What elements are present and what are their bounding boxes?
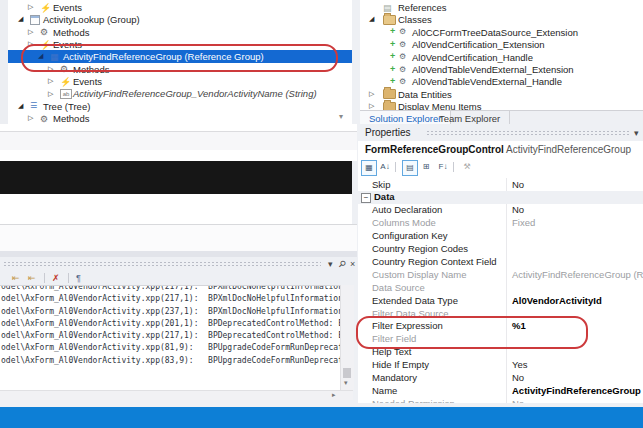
collapsed-arrow-icon[interactable]: ▷: [48, 77, 53, 85]
sort-icon[interactable]: F↓: [436, 160, 450, 174]
designer-tree-item[interactable]: ◢☰Tree (Tree): [8, 100, 352, 112]
expanded-arrow-icon[interactable]: ◢: [18, 102, 23, 110]
properties-page-icon[interactable]: ▤: [402, 160, 418, 176]
navigate-prev-icon[interactable]: ⇤: [12, 272, 20, 284]
solution-tree-item[interactable]: +⚙Al0VendTableVendExternal_Handle: [360, 75, 643, 87]
property-row[interactable]: MandatoryNo: [358, 372, 643, 385]
scroll-down-icon[interactable]: ▾: [339, 112, 343, 121]
window-menu-icon[interactable]: ▾: [634, 128, 639, 138]
property-value[interactable]: Al0VendorActivityId: [512, 295, 602, 306]
properties-toolbar: ▦A↓▤⊞F↓⚒: [358, 159, 643, 176]
categorized-icon[interactable]: ▦: [361, 160, 377, 176]
tree-item-label: References: [398, 2, 447, 13]
property-value[interactable]: Fixed: [512, 217, 535, 228]
property-row[interactable]: Configuration Key: [358, 230, 643, 243]
tree-item-label: Al0VendCertification_Extension: [412, 39, 545, 50]
tree-item-label: Al0VendTableVendExternal_Extension: [412, 64, 574, 75]
property-label: Configuration Key: [372, 230, 448, 241]
tree-item-label: ActivityFindReferenceGroup_VendorActivit…: [73, 88, 317, 99]
clear-all-icon[interactable]: ✗: [52, 272, 60, 284]
close-icon[interactable]: ×: [350, 259, 355, 269]
class-icon: ⚙: [399, 52, 406, 62]
references-icon: ▤: [383, 3, 392, 13]
property-row[interactable]: SkipNo: [358, 178, 643, 191]
navigate-next-icon[interactable]: ⇤: [28, 272, 36, 284]
collapsed-arrow-icon[interactable]: ▷: [28, 28, 33, 36]
property-row[interactable]: Data Source: [358, 281, 643, 294]
output-panel-titlebar[interactable]: ▾ ⚲ ×: [0, 257, 357, 271]
solution-tree-item[interactable]: ▷Data Entities: [360, 88, 643, 100]
solution-tree-item[interactable]: +⚙Al0VendCertification_Extension: [360, 38, 643, 50]
property-value[interactable]: Yes: [512, 359, 528, 370]
property-row[interactable]: Auto DeclarationNo: [358, 204, 643, 217]
property-row[interactable]: Columns ModeFixed: [358, 217, 643, 230]
solution-explorer-tree: ▤References◢Classes+⚙Al0CCFormTreeDataSo…: [360, 0, 643, 110]
designer-tree-item[interactable]: ▷abActivityFindReferenceGroup_VendorActi…: [8, 87, 352, 99]
property-value[interactable]: No: [512, 372, 524, 383]
class-icon: ⚙: [399, 40, 406, 50]
alphabetical-sort-icon[interactable]: A↓: [378, 160, 392, 174]
solution-tree-item[interactable]: ▷Display Menu Items: [360, 100, 643, 110]
scroll-down-icon[interactable]: ▾: [344, 379, 348, 387]
output-toolbar: ⇤⇤✗¶: [0, 271, 357, 285]
designer-tree-item[interactable]: ▷⚙Methods: [8, 112, 352, 124]
tree-item-label: ActivityLookup (Group): [43, 14, 140, 25]
property-value[interactable]: No: [512, 179, 524, 190]
properties-panel: Properties ▾ FormReferenceGroupControl A…: [358, 124, 643, 403]
scroll-right-icon[interactable]: ▸: [332, 391, 336, 399]
tools-icon[interactable]: ⚒: [460, 160, 474, 174]
window-menu-icon[interactable]: ▾: [328, 259, 333, 269]
properties-titlebar[interactable]: Properties ▾: [358, 124, 643, 141]
property-value[interactable]: ActivityFindReferenceGroup: [512, 385, 641, 396]
solution-tree-item[interactable]: +⚙Al0CCFormTreeDataSource_Extension: [360, 26, 643, 38]
property-label: Auto Declaration: [372, 204, 442, 215]
vertical-scrollbar[interactable]: ▾: [340, 285, 354, 390]
collapse-category-icon[interactable]: −: [361, 193, 371, 203]
tree-item-label: Al0CCFormTreeDataSource_Extension: [412, 27, 578, 38]
titlebar-grip-texture: [426, 130, 631, 136]
background-strip: [0, 150, 357, 161]
designer-tree-item[interactable]: ▷⚙Methods: [8, 26, 352, 38]
tree-item-label: Classes: [398, 14, 432, 25]
string-field-icon: ab: [60, 89, 72, 99]
toolbar-divider: [68, 273, 69, 283]
word-wrap-icon[interactable]: ¶: [76, 272, 81, 284]
tree-item-label: Methods: [53, 113, 89, 124]
designer-tree-item[interactable]: ◢ActivityLookup (Group): [8, 13, 352, 25]
property-value[interactable]: ActivityFindReferenceGroup (Ref: [512, 269, 643, 280]
background-strip: [0, 131, 357, 151]
designer-tree-item[interactable]: ▷⚡Events: [8, 75, 352, 87]
browser-navbar: •••: [0, 161, 352, 194]
property-pages-icon[interactable]: ⊞: [419, 160, 433, 174]
collapsed-arrow-icon[interactable]: ▷: [369, 102, 374, 110]
expanded-arrow-icon[interactable]: ◢: [369, 15, 374, 23]
property-label: Custom Display Name: [372, 269, 467, 280]
property-row[interactable]: NameActivityFindReferenceGroup: [358, 384, 643, 397]
property-label: Hide If Empty: [372, 359, 429, 370]
property-row[interactable]: Country Region Context Field: [358, 255, 643, 268]
property-row[interactable]: Hide If EmptyYes: [358, 359, 643, 372]
tree-item-label: Display Menu Items: [398, 101, 481, 110]
property-value[interactable]: No: [512, 204, 524, 215]
solution-tree-item[interactable]: ◢Classes: [360, 13, 643, 25]
scrollbar-thumb[interactable]: [343, 368, 351, 378]
property-row[interactable]: Country Region Codes: [358, 243, 643, 256]
events-icon: ⚡: [60, 77, 71, 87]
collapsed-arrow-icon[interactable]: ▷: [28, 114, 33, 122]
solution-tree-item[interactable]: +⚙Al0VendTableVendExternal_Extension: [360, 63, 643, 75]
added-plus-icon: +: [390, 26, 395, 36]
solution-tree-item[interactable]: ▤References: [360, 1, 643, 13]
object-type: FormReferenceGroupControl: [365, 144, 504, 155]
property-category-row[interactable]: −Data: [358, 191, 643, 204]
designer-tree-item[interactable]: ▷⚡Events: [8, 1, 352, 13]
expanded-arrow-icon[interactable]: ◢: [18, 15, 23, 23]
collapsed-arrow-icon[interactable]: ▷: [28, 3, 33, 11]
pin-icon[interactable]: ⚲: [336, 258, 348, 270]
property-row[interactable]: Custom Display NameActivityFindReference…: [358, 268, 643, 281]
property-row[interactable]: Extended Data TypeAl0VendorActivityId: [358, 294, 643, 307]
added-plus-icon: +: [390, 39, 395, 49]
collapsed-arrow-icon[interactable]: ▷: [369, 90, 374, 98]
collapsed-arrow-icon[interactable]: ▷: [48, 90, 53, 98]
solution-tree-item[interactable]: +⚙Al0VendCertification_Handle: [360, 51, 643, 63]
output-log[interactable]: odel\AxForm_Al0VendorActivity.xpp(217,1)…: [0, 285, 340, 391]
